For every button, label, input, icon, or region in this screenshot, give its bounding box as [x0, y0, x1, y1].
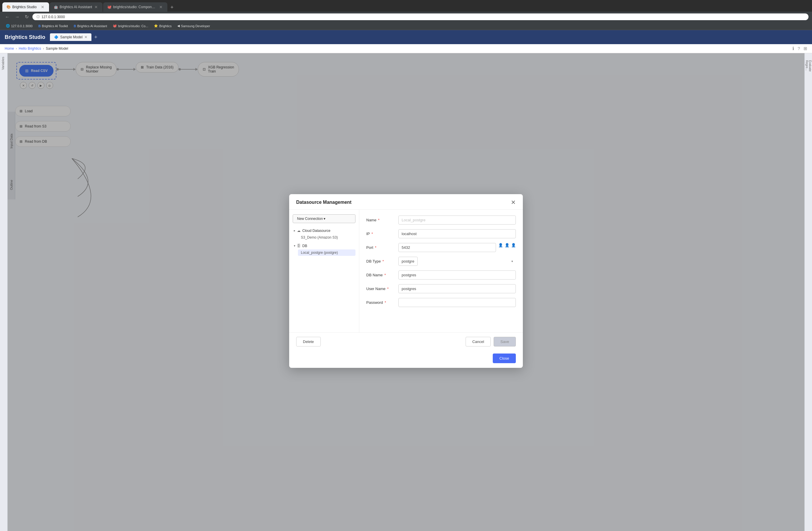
save-button[interactable]: Save	[494, 337, 516, 347]
variables-sidebar: Variables	[0, 53, 8, 531]
datasource-dialog: Datasource Management ✕ New Connection ▾	[289, 194, 523, 368]
bookmark-icon-2: B	[38, 24, 41, 28]
port-hint-icons: 👤 👤 👤	[498, 243, 516, 247]
hint-icon-2: 👤	[505, 243, 509, 247]
tab-close-3[interactable]: ✕	[159, 5, 163, 9]
app-container: Brightics Studio 🔷 Sample Model ✕ + Home…	[0, 30, 812, 531]
add-tab-button[interactable]: +	[92, 33, 99, 41]
db-icon: 🗄	[297, 244, 301, 248]
s3demo-label: S3_Demo (Amazon S3)	[301, 235, 338, 239]
password-required: *	[385, 300, 386, 305]
help-icon[interactable]: ?	[798, 46, 800, 51]
tree-cloud-parent[interactable]: ▸ ☁ Cloud Datasource	[293, 227, 356, 234]
browser-tab-3[interactable]: 🐙 brightics/studio: Component b... ✕	[103, 2, 168, 12]
lock-icon: ⓘ	[37, 15, 40, 19]
back-button[interactable]: ←	[3, 14, 11, 20]
bookmark-icon-5: ⭐	[154, 24, 158, 28]
password-input[interactable]	[398, 298, 516, 307]
port-input[interactable]	[398, 243, 496, 252]
app-tab-sample-model[interactable]: 🔷 Sample Model ✕	[50, 33, 91, 41]
tab-model-label: Sample Model	[60, 35, 83, 39]
bookmark-label-3: Brightics AI Assistant	[77, 24, 107, 28]
new-connection-button[interactable]: New Connection ▾	[293, 214, 356, 223]
form-row-db-name: DB Name *	[366, 270, 516, 280]
db-type-label: DB Type *	[366, 257, 398, 264]
delete-button[interactable]: Delete	[296, 337, 321, 347]
bookmark-label-2: Brightics AI Toolkit	[42, 24, 68, 28]
form-row-port: Port * 👤 👤 👤	[366, 243, 516, 252]
form-row-ip: IP *	[366, 229, 516, 238]
ip-input[interactable]	[398, 229, 516, 238]
user-name-input[interactable]	[398, 284, 516, 293]
db-name-input[interactable]	[398, 270, 516, 280]
forward-button[interactable]: →	[13, 14, 21, 20]
breadcrumb-actions: ℹ ? ⊞	[793, 46, 807, 51]
breadcrumb-hello[interactable]: Hello Brightics	[19, 46, 41, 51]
app-logo: Brightics Studio	[5, 34, 45, 40]
user-name-required: *	[387, 287, 389, 291]
dialog-bottom-actions: Close	[289, 351, 523, 368]
tree-local-postgre[interactable]: Local_postgre (postgre)	[298, 249, 356, 256]
bookmark-2[interactable]: B Brightics AI Toolkit	[36, 24, 70, 29]
tab-favicon-2: 🤖	[54, 5, 58, 9]
tree-s3demo[interactable]: S3_Demo (Amazon S3)	[293, 234, 356, 241]
bookmark-icon-1: 🌐	[6, 24, 10, 28]
new-tab-button[interactable]: +	[168, 3, 176, 12]
info-icon[interactable]: ℹ	[793, 46, 794, 51]
bookmark-3[interactable]: B Brightics AI Assistant	[71, 24, 109, 29]
bookmark-label-4: brightics/studio: Co...	[118, 24, 148, 28]
breadcrumb: Home › Hello Brightics › Sample Model ℹ …	[0, 44, 812, 53]
cloud-expand-icon: ▸	[294, 229, 295, 232]
cancel-button[interactable]: Cancel	[466, 337, 491, 347]
hint-icon-3: 👤	[511, 243, 516, 247]
bookmark-label-6: Samsung Developer	[181, 24, 210, 28]
tab-favicon-1: 🎨	[6, 5, 11, 9]
tab-favicon-3: 🐙	[107, 5, 111, 9]
bookmark-label-5: Brightics	[159, 24, 172, 28]
bookmark-1[interactable]: 🌐 127.0.0.1:3000	[3, 23, 35, 29]
port-label: Port *	[366, 243, 398, 250]
form-row-user-name: User Name *	[366, 284, 516, 293]
tree-db-parent[interactable]: ▾ 🗄 DB	[293, 242, 356, 249]
bookmark-icon-6: ◀	[177, 24, 180, 28]
dialog-close-icon[interactable]: ✕	[511, 199, 516, 205]
select-arrow-icon: ▾	[511, 260, 513, 263]
variables-label[interactable]: Variables	[0, 53, 7, 73]
cloud-label: Cloud Datasource	[302, 229, 330, 233]
tab-model-close[interactable]: ✕	[84, 35, 87, 39]
canvas-area[interactable]: ⊞ Read CSV ✕ ↺ ▶ ◎	[8, 53, 804, 531]
tree-panel: New Connection ▾ ▸ ☁ Cloud Datasource	[289, 210, 359, 333]
cloud-icon: ☁	[297, 229, 301, 233]
tree-db[interactable]: ▾ 🗄 DB Local_postgre (postgre)	[293, 242, 356, 256]
close-button[interactable]: Close	[493, 353, 516, 363]
name-input[interactable]	[398, 215, 516, 225]
tab-close-2[interactable]: ✕	[94, 5, 99, 9]
tab-close-1[interactable]: ✕	[40, 5, 45, 9]
grid-icon[interactable]: ⊞	[803, 46, 807, 51]
bookmark-6[interactable]: ◀ Samsung Developer	[175, 23, 212, 29]
breadcrumb-home[interactable]: Home	[5, 46, 14, 51]
tree-cloud-datasource[interactable]: ▸ ☁ Cloud Datasource S3_Demo (Amazon S3)	[293, 227, 356, 241]
breadcrumb-sep-2: ›	[43, 46, 44, 51]
local-pg-label: Local_postgre (postgre)	[301, 251, 338, 255]
bookmarks-bar: 🌐 127.0.0.1:3000 B Brightics AI Toolkit …	[0, 22, 812, 30]
main-content: Variables ⊞ Read CSV ✕ ↺ ▶	[0, 53, 812, 531]
ip-label: IP *	[366, 229, 398, 236]
tab-title-2: Brightics AI Assistant	[60, 5, 92, 9]
port-required: *	[375, 245, 376, 250]
app-header: Brightics Studio 🔷 Sample Model ✕ +	[0, 30, 812, 44]
hint-icon-1: 👤	[498, 243, 503, 247]
db-name-label: DB Name *	[366, 270, 398, 277]
browser-tab-2[interactable]: 🤖 Brightics AI Assistant ✕	[50, 2, 102, 12]
reload-button[interactable]: ↻	[23, 13, 30, 20]
form-row-db-type: DB Type * postgre mysql oracle mssql	[366, 257, 516, 266]
tab-model-icon: 🔷	[54, 35, 58, 39]
address-bar[interactable]: ⓘ 127.0.0.1:3000	[32, 13, 809, 20]
bookmark-4[interactable]: 🐙 brightics/studio: Co...	[111, 23, 150, 29]
name-label: Name *	[366, 215, 398, 222]
bookmark-5[interactable]: ⭐ Brightics	[151, 23, 174, 29]
db-label: DB	[302, 244, 307, 248]
browser-tab-1[interactable]: 🎨 Brightics Studio ✕	[2, 2, 49, 12]
password-label: Password *	[366, 298, 398, 305]
db-type-select[interactable]: postgre mysql oracle mssql	[398, 257, 418, 266]
